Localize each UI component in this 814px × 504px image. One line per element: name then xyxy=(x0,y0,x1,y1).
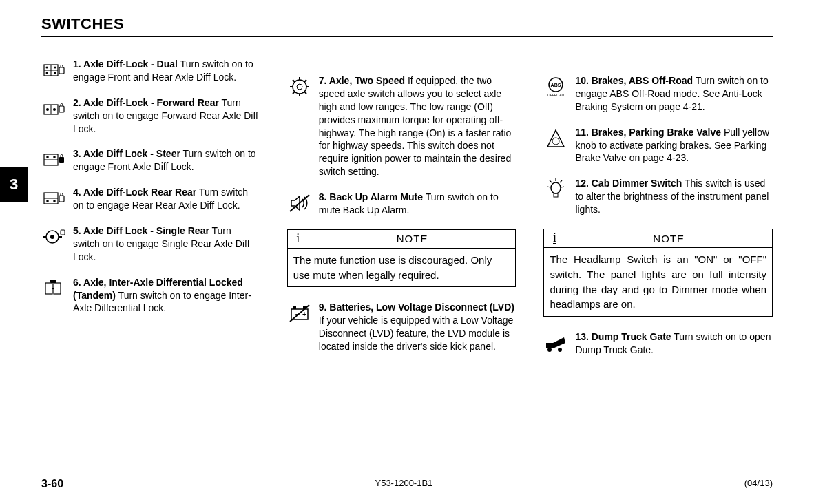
page: SWITCHES 1. Axle Diff-Lock - Dual Turn s… xyxy=(0,0,814,504)
switch-entry: 6. Axle, Inter-Axle Differential Locked … xyxy=(41,276,260,315)
entry-text: 8. Back Up Alarm Mute Turn switch on to … xyxy=(319,191,516,217)
cab-dimmer-icon xyxy=(543,177,568,202)
svg-point-33 xyxy=(297,84,302,90)
entry-title: 1. Axle Diff-Lock - Dual xyxy=(73,59,178,70)
axle-diff-lock-steer-icon xyxy=(41,147,66,172)
entry-title: 8. Back Up Alarm Mute xyxy=(319,191,423,202)
axle-diff-lock-dual-icon xyxy=(41,58,66,83)
entry-text: 9. Batteries, Low Voltage Disconnect (LV… xyxy=(319,301,516,353)
svg-rect-17 xyxy=(59,157,64,163)
svg-point-62 xyxy=(547,348,552,352)
backup-alarm-mute-icon xyxy=(287,191,312,216)
parking-brake-valve-icon xyxy=(543,126,568,151)
svg-point-53 xyxy=(552,138,559,145)
abs-offroad-icon: ABSOFFROAD xyxy=(543,74,568,99)
note-body: The Headlamp Switch is an "ON" or "OFF" … xyxy=(544,248,772,316)
page-footer: 3-60 Y53-1200-1B1 (04/13) xyxy=(41,478,773,490)
svg-line-41 xyxy=(293,92,295,94)
axle-two-speed-icon xyxy=(287,74,312,99)
entry-title: 4. Axle Diff-Lock Rear Rear xyxy=(73,187,196,198)
entry-title: 3. Axle Diff Lock - Steer xyxy=(73,148,180,159)
entry-text: 1. Axle Diff-Lock - Dual Turn switch on … xyxy=(73,58,260,84)
switch-entry: 2. Axle Diff-Lock - Forward Rear Turn sw… xyxy=(41,96,260,136)
svg-rect-7 xyxy=(59,67,64,74)
note-body: The mute function use is discouraged. On… xyxy=(288,249,516,287)
doc-date: (04/13) xyxy=(744,478,773,490)
axle-diff-lock-single-rear-icon xyxy=(41,224,66,249)
entry-text: 2. Axle Diff-Lock - Forward Rear Turn sw… xyxy=(73,96,260,136)
svg-text:+: + xyxy=(302,311,306,318)
svg-rect-22 xyxy=(59,196,64,202)
svg-point-24 xyxy=(50,235,54,239)
page-number: 3-60 xyxy=(41,478,63,490)
svg-rect-29 xyxy=(54,283,61,294)
svg-marker-52 xyxy=(547,130,564,147)
switch-entry: 5. Axle Diff Lock - Single Rear Turn swi… xyxy=(41,224,260,264)
note-header: i NOTE xyxy=(544,229,772,248)
entry-text: 11. Brakes, Parking Brake Valve Pull yel… xyxy=(575,126,773,165)
entry-body: If your vehicle is equipped with a Low V… xyxy=(319,315,514,352)
svg-point-15 xyxy=(46,156,49,159)
content-columns: 1. Axle Diff-Lock - Dual Turn switch on … xyxy=(41,58,773,369)
note-label: NOTE xyxy=(309,233,516,244)
switch-entry: 13. Dump Truck Gate Turn switch on to op… xyxy=(543,330,773,357)
entry-title: 7. Axle, Two Speed xyxy=(319,75,405,86)
doc-number: Y53-1200-1B1 xyxy=(375,478,432,490)
entry-title: 11. Brakes, Parking Brake Valve xyxy=(575,127,721,138)
switch-entry: ABSOFFROAD 10. Brakes, ABS Off-Road Turn… xyxy=(543,74,773,114)
svg-point-4 xyxy=(54,67,56,69)
svg-rect-44 xyxy=(293,306,296,309)
switch-entry: 4. Axle Diff-Lock Rear Rear Turn switch … xyxy=(41,186,260,212)
note-box: i NOTE The mute function use is discoura… xyxy=(287,229,516,288)
svg-rect-28 xyxy=(45,283,52,294)
svg-line-57 xyxy=(547,187,550,187)
entry-text: 4. Axle Diff-Lock Rear Rear Turn switch … xyxy=(73,186,260,212)
svg-line-58 xyxy=(561,187,564,187)
entry-title: 9. Batteries, Low Voltage Disconnect (LV… xyxy=(319,302,514,313)
column-3: ABSOFFROAD 10. Brakes, ABS Off-Road Turn… xyxy=(543,58,773,369)
battery-lvd-icon: −+ xyxy=(287,301,312,326)
entry-text: 7. Axle, Two Speed If equipped, the two … xyxy=(319,74,516,178)
entry-text: 6. Axle, Inter-Axle Differential Locked … xyxy=(73,276,260,315)
axle-diff-lock-rear-rear-icon xyxy=(41,186,66,211)
svg-rect-31 xyxy=(50,280,56,283)
entry-text: 3. Axle Diff Lock - Steer Turn switch on… xyxy=(73,147,260,174)
entry-text: 12. Cab Dimmer Switch This switch is use… xyxy=(575,177,773,216)
switch-entry: 1. Axle Diff-Lock - Dual Turn switch on … xyxy=(41,58,260,84)
entry-text: 10. Brakes, ABS Off-Road Turn switch on … xyxy=(575,74,773,114)
dump-truck-gate-icon xyxy=(543,330,568,355)
svg-point-3 xyxy=(46,67,48,69)
svg-rect-27 xyxy=(61,230,65,235)
svg-point-20 xyxy=(46,200,49,202)
svg-line-59 xyxy=(550,180,552,182)
entry-title: 12. Cab Dimmer Switch xyxy=(575,178,682,189)
note-label: NOTE xyxy=(565,233,772,244)
switch-entry: 11. Brakes, Parking Brake Valve Pull yel… xyxy=(543,126,773,165)
svg-rect-61 xyxy=(546,343,553,348)
note-header: i NOTE xyxy=(288,230,516,249)
svg-rect-12 xyxy=(59,106,64,112)
axle-diff-lock-forward-rear-icon xyxy=(41,96,66,121)
svg-point-16 xyxy=(53,156,56,159)
svg-line-40 xyxy=(304,80,306,82)
switch-entry: 3. Axle Diff Lock - Steer Turn switch on… xyxy=(41,147,260,174)
entry-title: 10. Brakes, ABS Off-Road xyxy=(575,75,693,86)
switch-entry: 8. Back Up Alarm Mute Turn switch on to … xyxy=(287,191,516,217)
switch-entry: −+ 9. Batteries, Low Voltage Disconnect … xyxy=(287,301,516,353)
svg-point-63 xyxy=(558,348,562,352)
column-2: 7. Axle, Two Speed If equipped, the two … xyxy=(287,58,516,369)
entry-text: 13. Dump Truck Gate Turn switch on to op… xyxy=(575,330,773,357)
svg-point-10 xyxy=(46,108,49,111)
switch-entry: 12. Cab Dimmer Switch This switch is use… xyxy=(543,177,773,216)
note-box: i NOTE The Headlamp Switch is an "ON" or… xyxy=(543,229,773,317)
svg-point-11 xyxy=(53,108,56,111)
column-1: 1. Axle Diff-Lock - Dual Turn switch on … xyxy=(41,58,260,369)
svg-text:OFFROAD: OFFROAD xyxy=(547,93,565,97)
svg-point-54 xyxy=(551,182,561,193)
entry-title: 13. Dump Truck Gate xyxy=(575,331,671,342)
info-icon: i xyxy=(544,229,565,247)
section-tab: 3 xyxy=(0,167,28,202)
entry-title: 5. Axle Diff Lock - Single Rear xyxy=(73,225,209,236)
page-title: SWITCHES xyxy=(41,15,773,37)
svg-point-5 xyxy=(46,72,48,74)
